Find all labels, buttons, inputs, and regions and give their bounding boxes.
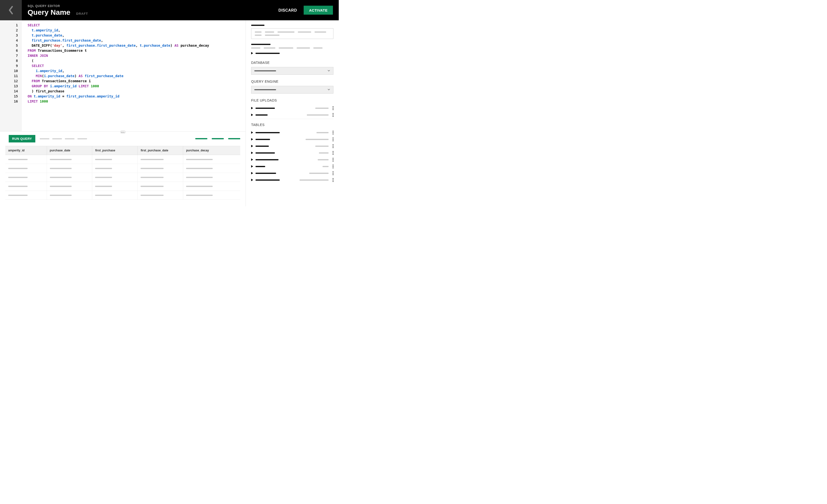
table-row[interactable]: [5, 191, 240, 200]
discard-button[interactable]: DISCARD: [279, 8, 297, 12]
gutter-line: 16: [0, 99, 18, 104]
gutter-line: 8: [0, 58, 18, 63]
more-menu-icon[interactable]: [333, 137, 334, 141]
code-line[interactable]: MIN(i.purchase_date) AS first_purchase_d…: [28, 73, 240, 79]
more-menu-icon[interactable]: [333, 178, 334, 182]
panel-resize-handle[interactable]: [120, 131, 126, 134]
triangle-right-icon: [251, 172, 253, 174]
expand-row[interactable]: [251, 52, 333, 54]
status-badge: DRAFT: [76, 12, 88, 15]
more-menu-icon[interactable]: [333, 106, 334, 110]
gutter-line: 7: [0, 53, 18, 58]
table-cell: [47, 182, 92, 191]
tree-item-label-placeholder: [255, 180, 280, 181]
editor-gutter: 12345678910111213141516: [0, 20, 22, 131]
table-cell: [47, 164, 92, 173]
table-cell: [5, 164, 47, 173]
results-column-header[interactable]: purchase_decay: [183, 146, 240, 155]
sql-editor[interactable]: 12345678910111213141516 SELECT t.amperit…: [0, 20, 246, 132]
gutter-line: 6: [0, 48, 18, 53]
table-row[interactable]: [5, 173, 240, 182]
table-cell: [47, 191, 92, 200]
tree-item-meta-placeholder: [309, 173, 329, 174]
more-menu-icon[interactable]: [333, 151, 334, 155]
gutter-line: 14: [0, 89, 18, 94]
code-line[interactable]: (: [28, 58, 240, 63]
more-menu-icon[interactable]: [333, 164, 334, 168]
more-menu-icon[interactable]: [333, 131, 334, 135]
header-main: SQL QUERY EDITOR Query Name DRAFT DISCAR…: [22, 0, 339, 20]
triangle-right-icon: [251, 145, 253, 147]
table-tree-item[interactable]: [251, 177, 333, 183]
table-cell: [92, 173, 138, 182]
code-line[interactable]: i.amperity_id,: [28, 68, 240, 73]
results-column-header[interactable]: amperity_id: [5, 146, 47, 155]
triangle-right-icon: [251, 114, 253, 116]
table-cell: [138, 164, 183, 173]
right-panel: DATABASE QUERY ENGINE FILE UPLOADS TABLE…: [246, 20, 339, 206]
code-line[interactable]: DATE_DIFF('day', first_purchase.first_pu…: [28, 43, 240, 48]
table-tree-item[interactable]: [251, 170, 333, 177]
table-tree-item[interactable]: [251, 129, 333, 136]
table-row[interactable]: [5, 164, 240, 173]
tree-item-label-placeholder: [255, 108, 275, 109]
code-line[interactable]: FROM Transactions_Ecommerce t: [28, 48, 240, 53]
panel-sub-placeholders: [251, 47, 333, 49]
results-column-header[interactable]: first_purchase_date: [138, 146, 183, 155]
code-line[interactable]: t.purchase_date,: [28, 33, 240, 38]
results-column-header[interactable]: purchase_date: [47, 146, 92, 155]
query-engine-dropdown[interactable]: [251, 86, 333, 94]
code-line[interactable]: SELECT: [28, 23, 240, 28]
table-row[interactable]: [5, 182, 240, 191]
chevron-down-icon: [327, 69, 330, 73]
table-tree-item[interactable]: [251, 156, 333, 163]
database-label: DATABASE: [251, 61, 333, 64]
tree-item-label-placeholder: [255, 166, 265, 167]
table-cell: [5, 182, 47, 191]
page-title: Query Name: [28, 8, 70, 16]
code-line[interactable]: t.amperity_id,: [28, 28, 240, 33]
more-menu-icon[interactable]: [333, 158, 334, 161]
table-cell: [183, 191, 240, 200]
code-line[interactable]: INNER JOIN: [28, 53, 240, 58]
code-line[interactable]: ) first_purchase: [28, 89, 240, 94]
panel-subheading-placeholder: [251, 44, 271, 45]
run-toolbar-placeholders: [40, 138, 87, 139]
code-line[interactable]: FROM Transactions_Ecommerce i: [28, 79, 240, 84]
more-menu-icon[interactable]: [333, 171, 334, 175]
chevron-left-icon: [8, 5, 13, 15]
code-line[interactable]: LIMIT 1000: [28, 99, 240, 104]
activate-button[interactable]: ACTIVATE: [304, 6, 333, 15]
run-query-button[interactable]: RUN QUERY: [9, 135, 35, 143]
tree-item-meta-placeholder: [315, 108, 329, 109]
more-menu-icon[interactable]: [333, 113, 334, 117]
query-engine-label: QUERY ENGINE: [251, 80, 333, 84]
upload-tree-item[interactable]: [251, 111, 333, 118]
results-column-header[interactable]: first_purchase: [92, 146, 138, 155]
gutter-line: 5: [0, 43, 18, 48]
table-tree-item[interactable]: [251, 149, 333, 156]
table-tree-item[interactable]: [251, 143, 333, 149]
upload-tree-item[interactable]: [251, 105, 333, 111]
triangle-right-icon: [251, 52, 253, 54]
table-cell: [5, 191, 47, 200]
code-line[interactable]: GROUP BY i.amperity_id LIMIT 1000: [28, 84, 240, 89]
code-line[interactable]: SELECT: [28, 63, 240, 68]
more-menu-icon[interactable]: [333, 144, 334, 148]
database-dropdown[interactable]: [251, 67, 333, 75]
file-uploads-label: FILE UPLOADS: [251, 98, 333, 102]
table-tree-item[interactable]: [251, 163, 333, 170]
tables-label: TABLES: [251, 123, 333, 127]
results-header-row: amperity_idpurchase_datefirst_purchasefi…: [5, 146, 240, 155]
table-cell: [5, 155, 47, 164]
code-line[interactable]: first_purchase.first_purchase_date,: [28, 38, 240, 43]
table-cell: [138, 155, 183, 164]
table-cell: [138, 182, 183, 191]
table-tree-item[interactable]: [251, 136, 333, 143]
editor-code[interactable]: SELECT t.amperity_id, t.purchase_date, f…: [22, 20, 246, 131]
code-line[interactable]: ON t.amperity_id = first_purchase.amperi…: [28, 94, 240, 99]
table-row[interactable]: [5, 155, 240, 164]
tree-item-label-placeholder: [255, 173, 276, 174]
triangle-right-icon: [251, 138, 253, 141]
back-button[interactable]: [0, 0, 22, 20]
